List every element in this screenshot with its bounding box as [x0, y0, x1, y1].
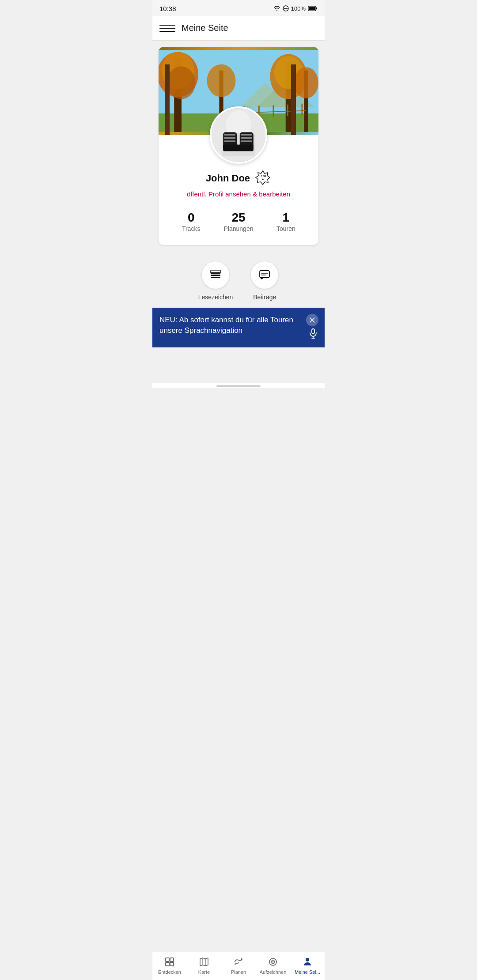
svg-point-12	[167, 66, 196, 99]
svg-text:PRO: PRO	[260, 174, 267, 177]
svg-marker-6	[241, 83, 290, 107]
top-nav: Meine Seite	[152, 16, 325, 41]
battery-icon	[308, 6, 318, 11]
avatar-wrapper	[159, 106, 318, 164]
beitraege-icon-circle	[250, 261, 279, 289]
status-icons: 100%	[273, 5, 318, 12]
banner-text: NEU: Ab sofort kannst du für alle Touren…	[159, 315, 318, 336]
lesezeichen-icon-circle	[201, 261, 230, 289]
svg-marker-7	[257, 79, 314, 107]
lesezeichen-label: Lesezeichen	[198, 294, 233, 301]
svg-rect-46	[260, 271, 269, 278]
handle-bar	[216, 385, 261, 387]
beitraege-icon	[258, 269, 271, 281]
stat-planungen-value: 25	[215, 211, 262, 225]
action-lesezeichen[interactable]: Lesezeichen	[198, 261, 233, 301]
svg-rect-31	[223, 145, 239, 151]
battery-text: 100%	[291, 5, 306, 12]
stat-touren-value: 1	[262, 211, 310, 225]
dnd-icon	[283, 5, 289, 11]
svg-rect-43	[211, 275, 220, 276]
action-beitraege[interactable]: Beiträge	[250, 261, 279, 301]
stat-planungen[interactable]: 25 Planungen	[215, 211, 262, 233]
lesezeichen-icon	[209, 269, 222, 281]
stat-touren[interactable]: 1 Touren	[262, 211, 310, 233]
stat-tracks[interactable]: 0 Tracks	[167, 211, 215, 233]
stat-planungen-label: Planungen	[224, 225, 254, 232]
profile-name-row: John Doe PRO +	[159, 170, 318, 187]
svg-rect-39	[241, 140, 252, 142]
close-icon	[309, 317, 316, 324]
svg-rect-51	[312, 329, 314, 334]
svg-rect-3	[316, 8, 317, 10]
svg-point-14	[207, 64, 236, 97]
svg-rect-33	[224, 137, 235, 139]
profile-link-text[interactable]: öffentl. Profil ansehen & bearbeiten	[187, 190, 290, 198]
banner-close-button[interactable]	[306, 314, 318, 326]
svg-rect-38	[241, 137, 252, 139]
profile-name: John Doe	[206, 173, 250, 184]
svg-rect-34	[224, 140, 235, 142]
profile-link[interactable]: öffentl. Profil ansehen & bearbeiten	[159, 190, 318, 198]
profile-card: John Doe PRO + öffentl. Profil ansehen &…	[159, 47, 318, 245]
stat-tracks-label: Tracks	[182, 225, 200, 232]
menu-button[interactable]	[159, 20, 175, 36]
quick-actions: Lesezeichen Beiträge	[159, 254, 318, 308]
svg-text:+: +	[262, 178, 264, 181]
pro-badge: PRO +	[254, 170, 271, 187]
svg-rect-32	[224, 134, 235, 136]
svg-rect-44	[211, 277, 220, 278]
bottom-handle	[152, 383, 325, 388]
wifi-icon	[273, 5, 280, 11]
banner: NEU: Ab sofort kannst du für alle Touren…	[152, 308, 325, 347]
svg-point-11	[161, 52, 194, 89]
status-bar: 10:38 100%	[152, 0, 325, 16]
svg-rect-4	[309, 7, 316, 10]
svg-point-19	[294, 67, 318, 98]
stat-tracks-value: 0	[167, 211, 215, 225]
status-time: 10:38	[159, 5, 176, 12]
svg-rect-37	[241, 134, 252, 136]
avatar[interactable]	[210, 106, 267, 164]
banner-mic-icon	[308, 328, 318, 341]
avatar-image	[212, 108, 265, 162]
stat-touren-label: Touren	[276, 225, 295, 232]
svg-point-17	[274, 56, 303, 89]
beitraege-label: Beiträge	[253, 294, 276, 301]
stats-row: 0 Tracks 25 Planungen 1 Touren	[159, 211, 318, 233]
page-title: Meine Seite	[182, 23, 228, 33]
svg-rect-36	[238, 145, 254, 151]
